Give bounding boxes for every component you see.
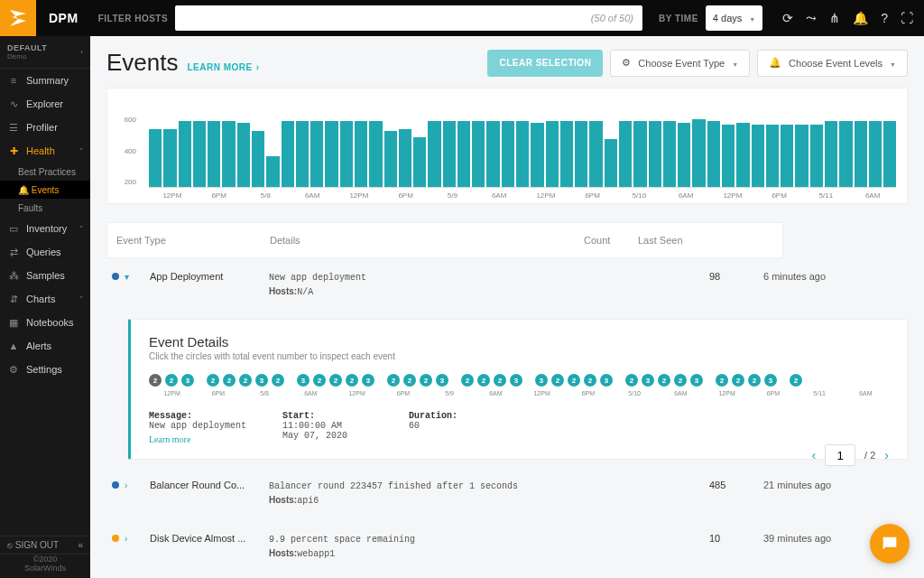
- bar[interactable]: [752, 125, 764, 187]
- refresh-icon[interactable]: ⟳: [782, 11, 793, 25]
- bar[interactable]: [325, 121, 337, 187]
- time-range-select[interactable]: 4 days: [706, 5, 762, 31]
- timeline-point[interactable]: 2: [790, 374, 802, 387]
- bar[interactable]: [428, 121, 440, 187]
- timeline-point[interactable]: 2: [494, 374, 506, 387]
- bar[interactable]: [810, 125, 823, 187]
- bar[interactable]: [355, 121, 367, 187]
- timeline-point[interactable]: 3: [600, 374, 613, 387]
- bar[interactable]: [560, 121, 573, 187]
- timeline-point[interactable]: 2: [461, 374, 474, 387]
- timeline-point[interactable]: 3: [436, 374, 448, 387]
- bar[interactable]: [252, 131, 264, 187]
- bar[interactable]: [516, 121, 529, 187]
- bar[interactable]: [722, 125, 735, 187]
- nav-inventory[interactable]: ▭Inventory˅: [0, 217, 90, 240]
- bar[interactable]: [678, 123, 690, 187]
- bar[interactable]: [296, 121, 309, 187]
- workspace-switcher[interactable]: DEFAULTDemo ›: [0, 36, 90, 69]
- expand-toggle[interactable]: ›: [125, 480, 141, 490]
- bar[interactable]: [633, 121, 646, 187]
- next-page[interactable]: ›: [884, 448, 889, 462]
- timeline-point[interactable]: 2: [732, 374, 744, 387]
- expand-toggle[interactable]: ›: [125, 533, 141, 544]
- events-histogram[interactable]: 600400200 12PM6PM5/86AM12PM6PM5/96AM12PM…: [106, 88, 908, 204]
- learn-more-link[interactable]: LEARN MORE ›: [188, 62, 260, 72]
- bar[interactable]: [692, 119, 705, 187]
- bar[interactable]: [781, 125, 793, 187]
- timeline-point[interactable]: 2: [748, 374, 761, 387]
- bar[interactable]: [369, 121, 382, 187]
- bar[interactable]: [399, 129, 411, 187]
- page-input[interactable]: [825, 444, 855, 466]
- timeline-point[interactable]: 2: [165, 374, 178, 387]
- nav-summary[interactable]: ≡Summary: [0, 69, 90, 92]
- timeline-point[interactable]: 2: [625, 374, 638, 387]
- timeline-point[interactable]: 2: [584, 374, 596, 387]
- nav-profiler[interactable]: ☰Profiler: [0, 116, 90, 139]
- timeline-point[interactable]: 3: [181, 374, 194, 387]
- timeline-point[interactable]: 3: [535, 374, 548, 387]
- bar[interactable]: [707, 121, 720, 187]
- learn-more-link[interactable]: Learn more: [149, 434, 246, 444]
- bar[interactable]: [149, 129, 162, 187]
- timeline-point[interactable]: 2: [420, 374, 432, 387]
- brand-logo[interactable]: [0, 0, 36, 36]
- bar[interactable]: [222, 121, 235, 187]
- bar[interactable]: [502, 121, 514, 187]
- bar[interactable]: [589, 121, 602, 187]
- prev-page[interactable]: ‹: [811, 448, 816, 462]
- nav-samples[interactable]: ⁂Samples: [0, 264, 90, 287]
- choose-event-type-select[interactable]: ⚙Choose Event Type: [610, 50, 750, 77]
- bar[interactable]: [472, 121, 485, 187]
- timeline-point[interactable]: 2: [313, 374, 326, 387]
- help-icon[interactable]: ?: [881, 11, 888, 25]
- bar[interactable]: [282, 121, 294, 187]
- bar[interactable]: [266, 156, 279, 187]
- bar[interactable]: [310, 121, 323, 187]
- timeline-point[interactable]: 2: [568, 374, 580, 387]
- clear-selection-button[interactable]: CLEAR SELECTION: [487, 50, 603, 77]
- timeline-point[interactable]: 2: [346, 374, 358, 387]
- nav-sub-faults[interactable]: Faults: [0, 199, 90, 217]
- nav-alerts[interactable]: ▲Alerts: [0, 334, 90, 358]
- timeline-point[interactable]: 2: [716, 374, 728, 387]
- timeline-point[interactable]: 2: [207, 374, 219, 387]
- nav-sub-best-practices[interactable]: Best Practices: [0, 163, 90, 181]
- bar[interactable]: [605, 139, 617, 187]
- signout-button[interactable]: ⎋ SIGN OUT«: [0, 536, 90, 555]
- bar[interactable]: [384, 131, 397, 187]
- expand-toggle[interactable]: ▾: [125, 271, 141, 282]
- timeline-point[interactable]: 3: [362, 374, 374, 387]
- bar[interactable]: [179, 121, 191, 187]
- timeline-point[interactable]: 3: [642, 374, 654, 387]
- bar[interactable]: [413, 137, 426, 187]
- nav-explorer[interactable]: ∿Explorer: [0, 92, 90, 116]
- bar[interactable]: [795, 125, 808, 187]
- timeline-point[interactable]: 3: [690, 374, 703, 387]
- timeline-point[interactable]: 2: [387, 374, 400, 387]
- fullscreen-icon[interactable]: ⛶: [901, 11, 913, 25]
- timeline-point[interactable]: 2: [658, 374, 670, 387]
- bar[interactable]: [575, 121, 587, 187]
- bar[interactable]: [883, 121, 896, 187]
- bar[interactable]: [839, 121, 852, 187]
- timeline-point[interactable]: 2: [477, 374, 490, 387]
- timeline-point[interactable]: 2: [403, 374, 416, 387]
- bar[interactable]: [486, 121, 499, 187]
- bar[interactable]: [237, 123, 250, 187]
- bar[interactable]: [457, 121, 470, 187]
- timeline-point[interactable]: 2: [329, 374, 342, 387]
- bar[interactable]: [546, 121, 559, 187]
- bar[interactable]: [193, 121, 206, 187]
- bar[interactable]: [825, 121, 837, 187]
- trend-icon[interactable]: ⤳: [806, 11, 817, 25]
- nav-health[interactable]: ✚Health˄: [0, 139, 90, 163]
- bar[interactable]: [869, 121, 882, 187]
- bar[interactable]: [736, 123, 749, 187]
- nav-settings[interactable]: ⚙Settings: [0, 358, 90, 381]
- timeline-point[interactable]: 2: [551, 374, 564, 387]
- timeline-point[interactable]: 2: [674, 374, 687, 387]
- bar[interactable]: [855, 121, 867, 187]
- bar[interactable]: [766, 125, 779, 187]
